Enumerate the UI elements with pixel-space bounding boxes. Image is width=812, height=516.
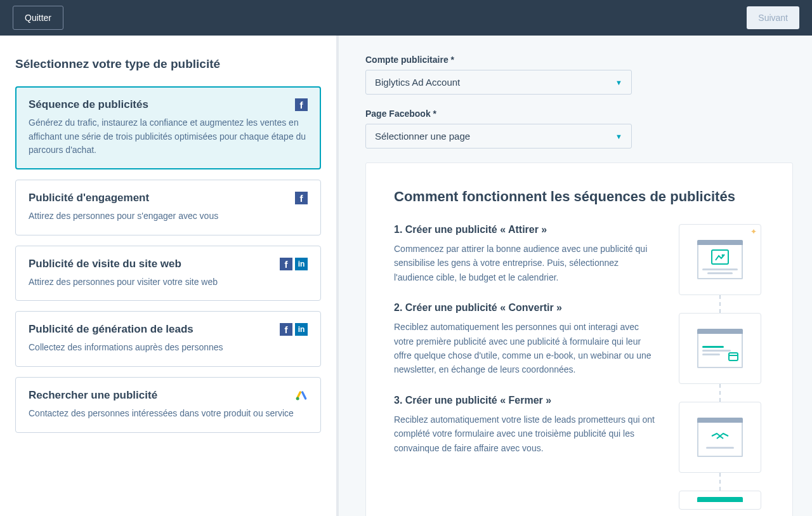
- facebook-page-select-value: Sélectionner une page: [375, 131, 470, 142]
- facebook-page-select[interactable]: Sélectionner une page ▼: [365, 124, 632, 149]
- graphic-extra: [679, 491, 761, 510]
- card-desc: Générez du trafic, instaurez la confianc…: [29, 116, 308, 157]
- facebook-icon: f: [295, 98, 308, 111]
- ad-type-card-website-visit[interactable]: Publicité de visite du site web f in Att…: [15, 246, 321, 301]
- quit-button[interactable]: Quitter: [13, 6, 63, 30]
- chevron-down-icon: ▼: [615, 79, 622, 86]
- card-title: Rechercher une publicité: [29, 389, 157, 402]
- graphic-close: [679, 402, 761, 473]
- main: Sélectionnez votre type de publicité Séq…: [0, 36, 812, 516]
- account-select-value: Biglytics Ad Account: [375, 77, 460, 88]
- step-3: 3. Créer une publicité « Fermer » Recibl…: [394, 395, 657, 455]
- image-icon: [711, 249, 729, 265]
- left-heading: Sélectionnez votre type de publicité: [15, 57, 321, 71]
- chevron-down-icon: ▼: [615, 133, 622, 140]
- svg-rect-2: [729, 353, 738, 361]
- handshake-icon: [709, 430, 731, 445]
- ad-type-card-sequence[interactable]: Séquence de publicités f Générez du traf…: [15, 86, 321, 169]
- card-desc: Attirez des personnes pour s'engager ave…: [29, 209, 308, 223]
- account-select[interactable]: Biglytics Ad Account ▼: [365, 70, 632, 95]
- step-2: 2. Créer une publicité « Convertir » Rec…: [394, 302, 657, 377]
- card-title: Publicité de génération de leads: [29, 323, 193, 336]
- google-ads-icon: [295, 389, 308, 402]
- svg-point-1: [722, 254, 724, 256]
- facebook-page-label: Page Facebook *: [365, 109, 793, 119]
- ad-type-card-search[interactable]: Rechercher une publicité Contactez des p…: [15, 377, 321, 433]
- card-title: Séquence de publicités: [29, 98, 148, 111]
- right-panel: Compte publicitaire * Biglytics Ad Accou…: [339, 36, 812, 516]
- next-button[interactable]: Suivant: [747, 6, 799, 29]
- step-desc: Commencez par attirer la bonne audience …: [394, 242, 657, 284]
- info-heading: Comment fonctionnent les séquences de pu…: [394, 189, 764, 205]
- facebook-icon: f: [295, 192, 308, 204]
- card-desc: Collectez des informations auprès des pe…: [29, 341, 308, 355]
- card-title: Publicité d'engagement: [29, 192, 149, 204]
- ad-type-card-engagement[interactable]: Publicité d'engagement f Attirez des per…: [15, 180, 321, 235]
- left-panel: Sélectionnez votre type de publicité Séq…: [0, 36, 336, 516]
- card-desc: Contactez des personnes intéressées dans…: [29, 407, 308, 421]
- info-box: Comment fonctionnent les séquences de pu…: [365, 162, 793, 516]
- card-desc: Attirez des personnes pour visiter votre…: [29, 275, 308, 289]
- svg-point-0: [296, 397, 299, 400]
- linkedin-icon: in: [295, 258, 308, 270]
- linkedin-icon: in: [295, 323, 308, 336]
- ad-type-card-lead-gen[interactable]: Publicité de génération de leads f in Co…: [15, 311, 321, 367]
- facebook-icon: f: [280, 258, 292, 270]
- step-desc: Reciblez automatiquement les personnes q…: [394, 320, 657, 377]
- steps-list: 1. Créer une publicité « Attirer » Comme…: [394, 224, 657, 510]
- account-label: Compte publicitaire *: [365, 55, 793, 65]
- step-1: 1. Créer une publicité « Attirer » Comme…: [394, 224, 657, 284]
- card-title: Publicité de visite du site web: [29, 258, 181, 270]
- topbar: Quitter Suivant: [0, 0, 812, 36]
- facebook-icon: f: [280, 323, 292, 336]
- calendar-icon: [728, 350, 739, 364]
- step-desc: Reciblez automatiquement votre liste de …: [394, 413, 657, 455]
- steps-graphic: ✦: [676, 224, 764, 510]
- graphic-convert: [679, 313, 761, 384]
- graphic-attract: ✦: [679, 224, 761, 295]
